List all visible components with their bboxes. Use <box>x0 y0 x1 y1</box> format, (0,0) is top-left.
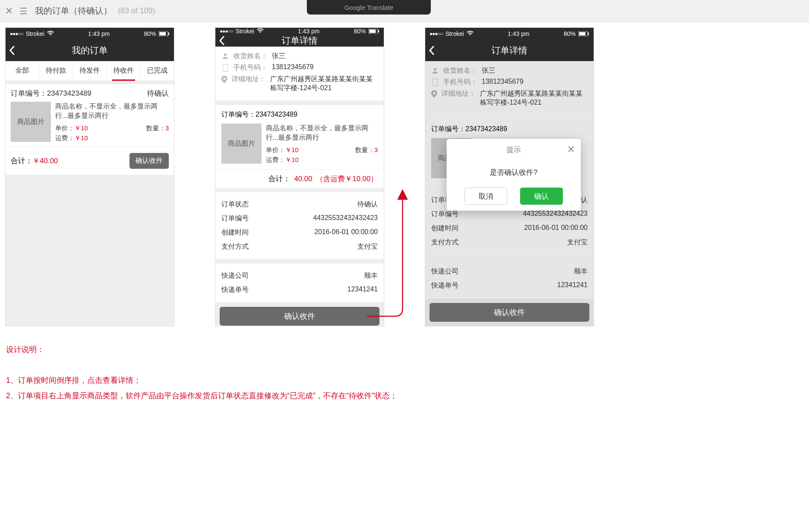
ok-button[interactable]: 确认 <box>520 188 563 205</box>
phone-label: 手机号码： <box>233 63 268 72</box>
design-notes: 设计说明： 1、订单按时间倒序排，点击查看详情； 2、订单项目右上角显示商品类型… <box>6 342 800 403</box>
svg-rect-1 <box>159 32 166 35</box>
back-icon[interactable] <box>219 35 225 47</box>
notes-line-1: 1、订单按时间倒序排，点击查看详情； <box>6 373 800 388</box>
total-label: 合计： <box>11 157 32 165</box>
ship-label: 运费： <box>55 134 74 141</box>
wifi-icon <box>257 28 264 35</box>
svg-rect-4 <box>369 29 376 33</box>
price-value: ￥10 <box>74 124 88 132</box>
confirm-receive-button[interactable]: 确认收件 <box>430 303 589 322</box>
battery-percent: 80% <box>564 30 576 37</box>
close-icon[interactable]: ✕ <box>567 144 575 155</box>
wifi-icon <box>47 30 54 37</box>
total-label: 合计： <box>268 175 290 183</box>
cancel-button[interactable]: 取消 <box>465 188 507 205</box>
confirm-receive-button[interactable]: 确认收件 <box>129 153 169 169</box>
nav-bar: 订单详情 <box>425 40 594 61</box>
carrier-label: Strokei <box>445 30 464 37</box>
express-co-value: 顺丰 <box>364 271 378 280</box>
product-name: 商品名称，不显示全，最多显示两行...最多显示两行 <box>55 102 169 121</box>
time-label: 1:43 pm <box>88 30 110 37</box>
svg-point-9 <box>224 78 226 80</box>
tab-all[interactable]: 全部 <box>6 61 39 80</box>
order-no-label: 订单编号： <box>221 111 256 118</box>
signal-dots-icon: ●●●○○ <box>220 28 233 34</box>
battery-percent: 80% <box>144 30 156 37</box>
nav-bar: 我的订单 <box>6 40 174 61</box>
svg-point-16 <box>433 92 435 94</box>
recv-name-label: 收货姓名： <box>233 52 268 61</box>
time-label: 1:43 pm <box>508 30 530 37</box>
svg-point-6 <box>224 53 227 56</box>
order-no2-label: 订单编号 <box>221 214 249 223</box>
phones-row: ●●●○○ Strokei 1:43 pm 80% 我的订单 全部 待付款 <box>5 27 594 326</box>
express-no-value: 12341241 <box>347 285 378 294</box>
bottom-bar: 确认收件 <box>215 303 384 326</box>
svg-rect-11 <box>579 32 585 35</box>
person-icon <box>431 66 439 74</box>
price-label: 单价： <box>55 124 74 132</box>
location-icon <box>221 75 227 83</box>
phone-icon <box>431 78 439 86</box>
toolbar-count: (83 of 109) <box>118 6 155 15</box>
created-label: 创建时间 <box>221 228 249 237</box>
pay-label: 支付方式 <box>221 242 249 251</box>
express-co-label: 快递公司 <box>221 271 249 280</box>
nav-title: 我的订单 <box>72 44 108 56</box>
phone-value: 13812345679 <box>272 63 314 71</box>
carrier-label: Strokei <box>235 28 254 35</box>
qty-value: 3 <box>374 146 378 153</box>
addr-value: 广东广州越秀区某某路某某街某某栋写字楼-124号-021 <box>270 75 378 93</box>
order-meta-section: 订单状态待确认 订单编号44325532432432423 创建时间2016-0… <box>215 192 384 259</box>
svg-rect-5 <box>378 30 379 32</box>
nav-title: 订单详情 <box>282 35 318 47</box>
tab-pending-pay[interactable]: 待付款 <box>39 61 73 80</box>
phone-icon <box>221 63 229 72</box>
svg-point-8 <box>225 70 226 71</box>
toolbar-title: 我的订单（待确认） <box>35 5 112 17</box>
person-icon <box>221 52 229 59</box>
status-bar: ●●●○○ Strokei 1:43 pm 80% <box>6 28 174 40</box>
ship-value: ￥10 <box>285 156 299 163</box>
battery-percent: 80% <box>354 28 366 35</box>
menu-icon[interactable]: ☰ <box>17 6 30 16</box>
total-ship: （含运费￥10.00） <box>316 175 378 183</box>
wifi-icon <box>467 30 474 37</box>
back-icon[interactable] <box>429 40 435 61</box>
product-section: 订单编号：23473423489 商品图片 商品名称，不显示全，最多显示两行..… <box>215 105 384 170</box>
product-thumb: 商品图片 <box>221 123 262 164</box>
confirm-receive-button[interactable]: 确认收件 <box>220 307 379 326</box>
order-no2-value: 44325532432432423 <box>313 214 378 223</box>
time-label: 1:43 pm <box>298 28 320 35</box>
total-value: ￥40.00 <box>32 157 58 165</box>
express-no-label: 快递单号 <box>221 285 249 294</box>
battery-icon <box>368 29 379 34</box>
modal-message: 是否确认收件? <box>453 155 575 188</box>
phone-order-detail-modal: ●●●○○ Strokei 1:43 pm 80% 订单详情 收货姓名：张三 手… <box>425 27 594 326</box>
addr-label: 详细地址： <box>232 75 266 84</box>
order-card[interactable]: 订单编号：23473423489 待确认 商品图片 商品名称，不显示全，最多显示… <box>6 84 174 147</box>
google-translate-badge[interactable]: Google Translate <box>307 0 431 15</box>
tab-pending-receive[interactable]: 待收件 <box>107 61 141 80</box>
order-no-value: 23473423489 <box>256 111 297 118</box>
svg-point-15 <box>435 85 435 85</box>
order-status: 待确认 <box>147 88 169 98</box>
location-icon <box>431 89 437 98</box>
svg-rect-2 <box>168 32 169 35</box>
back-icon[interactable] <box>9 40 15 61</box>
signal-dots-icon: ●●●○○ <box>10 31 23 37</box>
product-name: 商品名称，不显示全，最多显示两行...最多显示两行 <box>266 123 378 143</box>
created-value: 2016-06-01 00:00:00 <box>314 228 378 237</box>
status-bar: ●●●○○ Strokei 1:43 pm 80% <box>215 28 384 35</box>
battery-icon <box>578 31 589 36</box>
phone-order-detail: ●●●○○ Strokei 1:43 pm 80% 订单详情 收货姓名：张三 手… <box>215 27 384 326</box>
qty-label: 数量： <box>355 146 374 153</box>
close-icon[interactable]: ✕ <box>4 6 14 17</box>
tab-completed[interactable]: 已完成 <box>141 61 174 80</box>
confirm-modal: 提示 ✕ 是否确认收件? 取消 确认 <box>447 139 581 211</box>
notes-line-2: 2、订单项目右上角显示商品类型，软件产品由平台操作发货后订单状态直接修改为“已完… <box>6 388 800 403</box>
tab-pending-ship[interactable]: 待发件 <box>73 61 107 80</box>
svg-point-13 <box>434 68 436 71</box>
order-footer: 合计：￥40.00 确认收件 <box>6 147 174 175</box>
